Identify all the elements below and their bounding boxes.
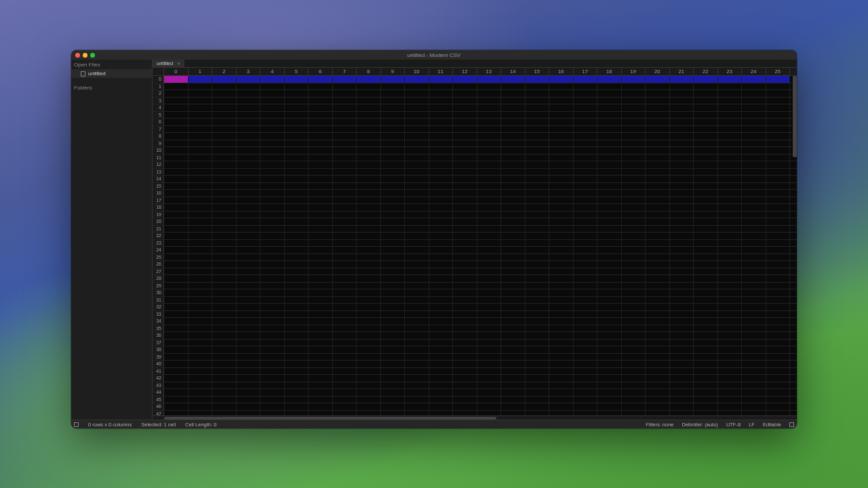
cell[interactable] (526, 83, 550, 90)
cell[interactable] (333, 389, 357, 396)
cell[interactable] (260, 83, 285, 90)
cell[interactable] (646, 147, 670, 154)
cell[interactable] (357, 204, 381, 211)
cell[interactable] (453, 297, 477, 304)
cell[interactable] (429, 161, 454, 168)
cell[interactable] (429, 346, 454, 353)
cell[interactable] (164, 340, 189, 346)
cell[interactable] (646, 119, 670, 125)
cell[interactable] (285, 311, 309, 318)
cell[interactable] (357, 283, 381, 289)
cell[interactable] (477, 190, 502, 197)
cell[interactable] (694, 346, 718, 353)
cell[interactable] (357, 176, 381, 182)
cell[interactable] (189, 155, 213, 161)
cell[interactable] (526, 197, 550, 204)
cell[interactable] (766, 275, 791, 282)
cell[interactable] (597, 311, 622, 318)
cell[interactable] (526, 104, 550, 111)
cell[interactable] (646, 297, 670, 304)
cell[interactable] (381, 396, 406, 403)
cell[interactable] (453, 147, 477, 154)
cell[interactable] (405, 190, 429, 197)
cell[interactable] (429, 368, 454, 375)
cell[interactable] (574, 190, 598, 197)
cell[interactable] (742, 247, 766, 253)
cell[interactable] (164, 396, 189, 403)
cell[interactable] (742, 332, 766, 339)
cell[interactable] (597, 204, 622, 211)
cell[interactable] (597, 389, 622, 396)
cell[interactable] (477, 403, 502, 410)
cell[interactable] (260, 147, 285, 154)
cell[interactable] (718, 169, 743, 176)
cell[interactable] (212, 325, 237, 332)
cell[interactable] (501, 283, 526, 289)
cell[interactable] (646, 368, 670, 375)
row-header[interactable]: 39 (153, 354, 164, 361)
row-header[interactable]: 11 (153, 155, 164, 161)
cell[interactable] (164, 218, 189, 225)
cell[interactable] (477, 311, 502, 318)
cell[interactable] (285, 396, 309, 403)
cell[interactable] (549, 232, 574, 239)
cell[interactable] (742, 354, 766, 361)
cell[interactable] (333, 325, 357, 332)
cell[interactable] (597, 90, 622, 97)
cell[interactable] (357, 98, 381, 104)
cell[interactable] (237, 403, 261, 410)
cell[interactable] (501, 254, 526, 261)
cell[interactable] (574, 375, 598, 382)
cell[interactable] (766, 332, 791, 339)
cell[interactable] (670, 268, 694, 275)
cell[interactable] (285, 340, 309, 346)
cell[interactable] (670, 83, 694, 90)
row-header[interactable]: 37 (153, 340, 164, 346)
cell[interactable] (549, 98, 574, 104)
cell[interactable] (212, 112, 237, 119)
row-header[interactable]: 7 (153, 126, 164, 133)
cell[interactable] (237, 232, 261, 239)
cell[interactable] (501, 169, 526, 176)
cell[interactable] (742, 197, 766, 204)
cell[interactable] (597, 76, 622, 83)
cell[interactable] (189, 411, 213, 416)
cell[interactable] (212, 161, 237, 168)
cell[interactable] (646, 232, 670, 239)
cell[interactable] (260, 318, 285, 325)
cell[interactable] (646, 247, 670, 253)
cell[interactable] (429, 396, 454, 403)
cell[interactable] (670, 311, 694, 318)
cell[interactable] (549, 190, 574, 197)
cell[interactable] (405, 133, 429, 140)
cell[interactable] (381, 183, 406, 190)
cell[interactable] (381, 311, 406, 318)
cell[interactable] (285, 411, 309, 416)
cell[interactable] (718, 382, 743, 389)
cell[interactable] (694, 340, 718, 346)
cell[interactable] (189, 304, 213, 310)
cell[interactable] (766, 368, 791, 375)
cell[interactable] (549, 155, 574, 161)
cell[interactable] (164, 98, 189, 104)
cell[interactable] (189, 119, 213, 125)
cell[interactable] (646, 104, 670, 111)
cell[interactable] (574, 155, 598, 161)
cell[interactable] (189, 275, 213, 282)
cell[interactable] (164, 176, 189, 182)
cell[interactable] (333, 261, 357, 268)
cell[interactable] (477, 382, 502, 389)
cell[interactable] (501, 197, 526, 204)
cell[interactable] (526, 204, 550, 211)
cell[interactable] (429, 311, 454, 318)
cell[interactable] (309, 98, 333, 104)
cell[interactable] (742, 161, 766, 168)
cell[interactable] (381, 119, 406, 125)
col-header[interactable]: 2 (212, 68, 237, 75)
cell[interactable] (526, 289, 550, 296)
cell[interactable] (333, 211, 357, 218)
cell[interactable] (381, 232, 406, 239)
cell[interactable] (309, 254, 333, 261)
row-header[interactable]: 38 (153, 346, 164, 353)
cell[interactable] (237, 283, 261, 289)
